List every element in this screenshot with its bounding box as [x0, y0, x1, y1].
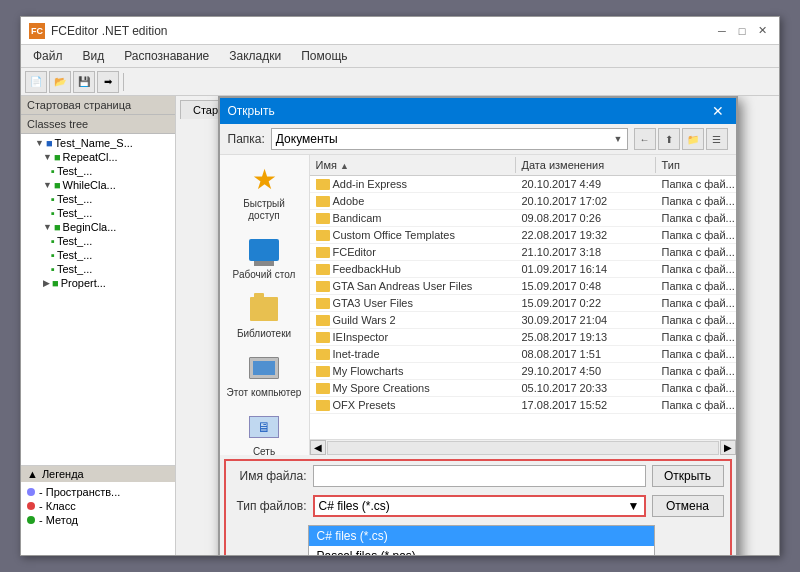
- shortcut-desktop[interactable]: Рабочий стол: [227, 234, 302, 281]
- filename-input[interactable]: [313, 465, 646, 487]
- minimize-button[interactable]: ─: [713, 22, 731, 40]
- shortcut-network-label: Сеть: [253, 446, 275, 458]
- title-controls: ─ □ ✕: [713, 22, 771, 40]
- toolbar-arrow[interactable]: ➡: [97, 71, 119, 93]
- tree-arrow: ▼: [43, 180, 52, 190]
- nav-back-button[interactable]: ←: [634, 128, 656, 150]
- dialog-overlay: Открыть ✕ Папка: Документы ▼ ← ⬆: [176, 96, 779, 555]
- shortcut-network[interactable]: 🖥 Сеть: [227, 411, 302, 458]
- sidebar-start-tab[interactable]: Стартовая страница: [21, 96, 175, 115]
- sidebar-classes-tree[interactable]: Classes tree: [21, 115, 175, 134]
- file-row[interactable]: My Spore Creations 05.10.2017 20:33 Папк…: [310, 380, 736, 397]
- menu-file[interactable]: Файл: [25, 47, 71, 65]
- toolbar-open[interactable]: 📂: [49, 71, 71, 93]
- tree-item-test-name[interactable]: ▼ ■ Test_Name_S...: [23, 136, 173, 150]
- tree-item-icon: ▪: [51, 263, 55, 275]
- file-row[interactable]: Add-in Express 20.10.2017 4:49 Папка с ф…: [310, 176, 736, 193]
- tree-item-begincla[interactable]: ▼ ■ BeginCla...: [23, 220, 173, 234]
- folder-icon: [316, 196, 330, 207]
- file-cell-name: OFX Presets: [310, 398, 516, 412]
- tree-item-test6[interactable]: ▪ Test_...: [23, 262, 173, 276]
- folder-label: Папка:: [228, 132, 265, 146]
- folder-icon: [316, 213, 330, 224]
- maximize-button[interactable]: □: [733, 22, 751, 40]
- header-type[interactable]: Тип: [656, 157, 736, 173]
- dialog-close-button[interactable]: ✕: [708, 103, 728, 119]
- file-row[interactable]: GTA3 User Files 15.09.2017 0:22 Папка с …: [310, 295, 736, 312]
- toolbar-new[interactable]: 📄: [25, 71, 47, 93]
- tree-item-whilecla[interactable]: ▼ ■ WhileCla...: [23, 178, 173, 192]
- toolbar: 📄 📂 💾 ➡: [21, 68, 779, 96]
- file-row[interactable]: Bandicam 09.08.2017 0:26 Папка с фай...: [310, 210, 736, 227]
- file-cell-name: Add-in Express: [310, 177, 516, 191]
- scrollbar-area: ◀ ▶: [310, 439, 736, 455]
- file-row[interactable]: Inet-trade 08.08.2017 1:51 Папка с фай..…: [310, 346, 736, 363]
- legend-dot-class: [27, 502, 35, 510]
- tree-item-test5[interactable]: ▪ Test_...: [23, 248, 173, 262]
- network-icon: 🖥: [248, 411, 280, 443]
- filetype-combo[interactable]: C# files (*.cs) ▼: [313, 495, 646, 517]
- file-cell-type: Папка с фай...: [656, 330, 736, 344]
- file-cell-date: 25.08.2017 19:13: [516, 330, 656, 344]
- file-cell-date: 05.10.2017 20:33: [516, 381, 656, 395]
- menu-recognition[interactable]: Распознавание: [116, 47, 217, 65]
- folder-icon: [316, 383, 330, 394]
- file-row[interactable]: OFX Presets 17.08.2017 15:52 Папка с фай…: [310, 397, 736, 414]
- dropdown-option-cs[interactable]: C# files (*.cs): [309, 526, 654, 546]
- menu-bookmarks[interactable]: Закладки: [221, 47, 289, 65]
- folder-icon: [316, 366, 330, 377]
- cancel-button[interactable]: Отмена: [652, 495, 724, 517]
- filetype-combo-value: C# files (*.cs): [319, 499, 390, 513]
- tree-item-test3[interactable]: ▪ Test_...: [23, 206, 173, 220]
- legend-header[interactable]: ▲ Легенда: [21, 466, 175, 482]
- menu-help[interactable]: Помощь: [293, 47, 355, 65]
- quick-access-icon: ★: [248, 163, 280, 195]
- dialog-nav-buttons: ← ⬆ 📁 ☰: [634, 128, 728, 150]
- legend-arrow: ▲: [27, 468, 38, 480]
- file-row[interactable]: FCEditor 21.10.2017 3:18 Папка с фай...: [310, 244, 736, 261]
- toolbar-save[interactable]: 💾: [73, 71, 95, 93]
- dropdown-option-pas[interactable]: Pascal files (*.pas): [309, 546, 654, 555]
- shortcut-computer[interactable]: Этот компьютер: [227, 352, 302, 399]
- shortcut-libraries[interactable]: Библиотеки: [227, 293, 302, 340]
- file-row[interactable]: My Flowcharts 29.10.2017 4:50 Папка с фа…: [310, 363, 736, 380]
- folder-combo[interactable]: Документы ▼: [271, 128, 628, 150]
- nav-up-button[interactable]: ⬆: [658, 128, 680, 150]
- tree-folder-icon: ■: [54, 151, 61, 163]
- file-row[interactable]: IEInspector 25.08.2017 19:13 Папка с фай…: [310, 329, 736, 346]
- shortcut-quick-access[interactable]: ★ Быстрый доступ: [227, 163, 302, 222]
- file-row[interactable]: Adobe 20.10.2017 17:02 Папка с фай...: [310, 193, 736, 210]
- file-cell-type: Папка с фай...: [656, 245, 736, 259]
- header-date[interactable]: Дата изменения: [516, 157, 656, 173]
- file-cell-type: Папка с фай...: [656, 296, 736, 310]
- file-cell-date: 15.09.2017 0:22: [516, 296, 656, 310]
- file-cell-type: Папка с фай...: [656, 211, 736, 225]
- nav-view-button[interactable]: ☰: [706, 128, 728, 150]
- tree-item-test1[interactable]: ▪ Test_...: [23, 164, 173, 178]
- tree-item-propert[interactable]: ▶ ■ Propert...: [23, 276, 173, 290]
- folder-icon: [316, 332, 330, 343]
- header-name[interactable]: Имя ▲: [310, 157, 516, 173]
- dialog-bottom-highlight: Имя файла: Открыть Тип файлов: C# files …: [224, 459, 732, 555]
- file-row[interactable]: GTA San Andreas User Files 15.09.2017 0:…: [310, 278, 736, 295]
- nav-new-folder-button[interactable]: 📁: [682, 128, 704, 150]
- menu-view[interactable]: Вид: [75, 47, 113, 65]
- file-cell-name: Guild Wars 2: [310, 313, 516, 327]
- tree-arrow: ▼: [43, 152, 52, 162]
- file-row[interactable]: Custom Office Templates 22.08.2017 19:32…: [310, 227, 736, 244]
- tree-item-test4[interactable]: ▪ Test_...: [23, 234, 173, 248]
- file-row[interactable]: FeedbackHub 01.09.2017 16:14 Папка с фай…: [310, 261, 736, 278]
- file-row[interactable]: Guild Wars 2 30.09.2017 21:04 Папка с фа…: [310, 312, 736, 329]
- scroll-right-btn[interactable]: ▶: [720, 440, 736, 455]
- close-app-button[interactable]: ✕: [753, 22, 771, 40]
- tree-folder-icon: ■: [54, 221, 61, 233]
- scroll-left-btn[interactable]: ◀: [310, 440, 326, 455]
- horizontal-scrollbar[interactable]: [327, 441, 719, 455]
- open-button[interactable]: Открыть: [652, 465, 724, 487]
- menu-bar: Файл Вид Распознавание Закладки Помощь: [21, 45, 779, 68]
- tree-item-test2[interactable]: ▪ Test_...: [23, 192, 173, 206]
- file-cell-name: IEInspector: [310, 330, 516, 344]
- tree-arrow: ▶: [43, 278, 50, 288]
- tree-item-repeatcl[interactable]: ▼ ■ RepeatCl...: [23, 150, 173, 164]
- file-cell-name: Inet-trade: [310, 347, 516, 361]
